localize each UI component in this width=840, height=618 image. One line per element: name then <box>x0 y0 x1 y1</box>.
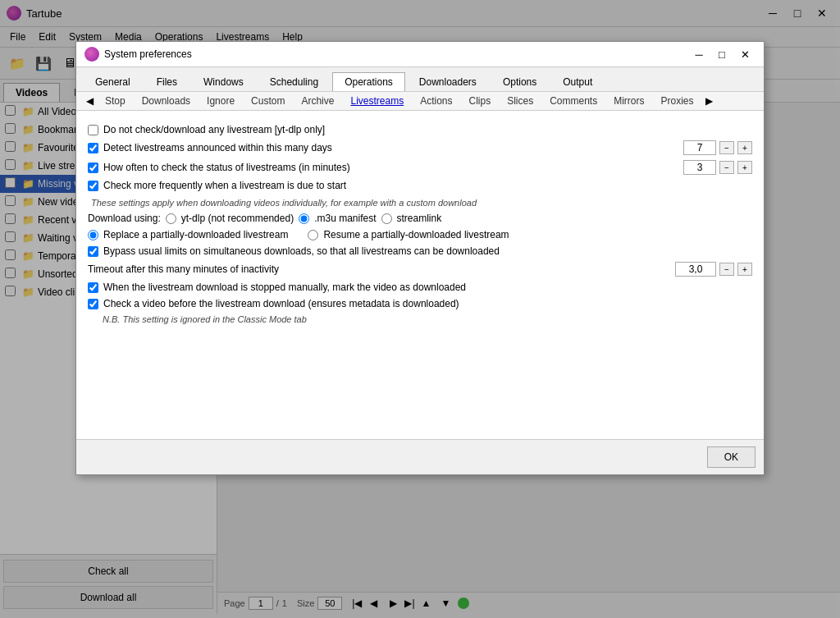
checkbox-check-freq[interactable] <box>88 163 98 173</box>
checkbox-detect-days[interactable] <box>88 143 98 153</box>
input-timeout[interactable] <box>675 262 716 277</box>
system-preferences-dialog: System preferences ─ □ ✕ General Files W… <box>75 41 765 475</box>
dialog-title-left: System preferences <box>84 47 192 62</box>
subtab-actions[interactable]: Actions <box>412 92 460 110</box>
label-resume: Resume a partially-downloaded livestream <box>323 229 509 240</box>
label-download-using: Download using: <box>88 213 161 224</box>
dialog-content: Do not check/download any livestream [yt… <box>76 111 764 439</box>
label-check-more-freq: Check more frequently when a livestream … <box>103 180 346 191</box>
subtab-ignore[interactable]: Ignore <box>199 92 243 110</box>
pref-no-check-download: Do not check/download any livestream [yt… <box>88 124 752 135</box>
pref-bypass-limits: Bypass usual limits on simultaneous down… <box>88 245 752 257</box>
pref-check-freq: How often to check the status of livestr… <box>88 160 752 175</box>
subtab-downloads[interactable]: Downloads <box>134 92 199 110</box>
checkbox-no-check-download[interactable] <box>88 125 98 135</box>
ok-button[interactable]: OK <box>707 446 756 468</box>
pref-check-freq-left: How often to check the status of livestr… <box>88 162 350 173</box>
input-check-freq[interactable] <box>683 160 716 175</box>
subtab-archive[interactable]: Archive <box>293 92 342 110</box>
radio-ytdlp[interactable] <box>166 213 176 224</box>
pref-download-using: Download using: yt-dlp (not recommended)… <box>88 213 752 224</box>
spin-detect-days-minus[interactable]: − <box>719 141 734 154</box>
dialog-tab-general[interactable]: General <box>83 72 143 91</box>
dialog-tab-files[interactable]: Files <box>144 72 189 91</box>
label-bypass-limits: Bypass usual limits on simultaneous down… <box>103 245 500 257</box>
radio-streamlink[interactable] <box>381 213 392 224</box>
pref-timeout-right: − + <box>675 262 752 277</box>
dialog-tab-downloaders[interactable]: Downloaders <box>407 72 489 91</box>
pref-detect-days-right: − + <box>683 140 752 155</box>
label-detect-days: Detect livestreams announced within this… <box>103 142 332 153</box>
subtab-comments[interactable]: Comments <box>541 92 605 110</box>
checkbox-bypass-limits[interactable] <box>88 246 98 257</box>
dialog-tab-operations[interactable]: Operations <box>332 72 405 91</box>
pref-timeout: Timeout after this many minutes of inact… <box>88 262 752 277</box>
pref-mark-downloaded: When the livestream download is stopped … <box>88 282 752 293</box>
dialog-tab-windows[interactable]: Windows <box>191 72 256 91</box>
checkbox-mark-downloaded[interactable] <box>88 282 98 293</box>
label-m3u: .m3u manifest <box>314 213 376 224</box>
dialog-titlebar: System preferences ─ □ ✕ <box>76 42 764 67</box>
input-detect-days[interactable] <box>683 140 716 155</box>
label-check-before: Check a video before the livestream down… <box>103 298 459 309</box>
spin-check-freq-minus[interactable]: − <box>719 161 734 174</box>
dialog-footer: OK <box>76 439 764 474</box>
spin-timeout-plus[interactable]: + <box>737 263 752 276</box>
pref-check-more-freq: Check more frequently when a livestream … <box>88 180 752 191</box>
pref-replace-resume: Replace a partially-downloaded livestrea… <box>88 229 752 240</box>
subtab-mirrors[interactable]: Mirrors <box>605 92 652 110</box>
label-timeout: Timeout after this many minutes of inact… <box>88 263 279 275</box>
label-streamlink: streamlink <box>397 213 442 224</box>
pref-detect-days: Detect livestreams announced within this… <box>88 140 752 155</box>
subtab-right-arrow[interactable]: ▶ <box>702 92 716 110</box>
spin-detect-days-plus[interactable]: + <box>737 141 752 154</box>
dialog-tabs: General Files Windows Scheduling Operati… <box>76 67 764 92</box>
dialog-overlay: System preferences ─ □ ✕ General Files W… <box>0 0 840 614</box>
dialog-subtabs: ◀ Stop Downloads Ignore Custom Archive L… <box>76 92 764 111</box>
radio-replace[interactable] <box>88 230 98 240</box>
subtab-left-arrow[interactable]: ◀ <box>83 92 97 110</box>
dialog-maximize[interactable]: □ <box>711 47 733 62</box>
checkbox-check-more-freq[interactable] <box>88 181 98 191</box>
radio-resume[interactable] <box>308 230 318 240</box>
label-replace: Replace a partially-downloaded livestrea… <box>103 229 288 240</box>
dialog-titlebar-buttons: ─ □ ✕ <box>688 47 756 62</box>
spin-timeout-minus[interactable]: − <box>719 263 734 276</box>
dialog-close[interactable]: ✕ <box>734 47 756 62</box>
subtab-livestreams[interactable]: Livestreams <box>342 92 412 110</box>
subtab-custom[interactable]: Custom <box>243 92 293 110</box>
spin-check-freq-plus[interactable]: + <box>737 161 752 174</box>
dialog-icon <box>84 47 99 62</box>
dialog-tab-output[interactable]: Output <box>550 72 605 91</box>
broadcast-note: These settings apply when downloading vi… <box>91 198 752 208</box>
label-check-freq: How often to check the status of livestr… <box>103 162 350 173</box>
dialog-title: System preferences <box>104 48 192 60</box>
dialog-tab-scheduling[interactable]: Scheduling <box>258 72 331 91</box>
pref-check-freq-right: − + <box>683 160 752 175</box>
broadcast-note-text: These settings apply when downloading vi… <box>91 198 477 208</box>
checkbox-check-before[interactable] <box>88 299 98 309</box>
subtab-clips[interactable]: Clips <box>461 92 500 110</box>
nb-note-text: N.B. This setting is ignored in the Clas… <box>103 314 307 324</box>
nb-note: N.B. This setting is ignored in the Clas… <box>103 314 752 324</box>
pref-detect-days-left: Detect livestreams announced within this… <box>88 142 332 153</box>
dialog-tab-options[interactable]: Options <box>491 72 549 91</box>
label-mark-downloaded: When the livestream download is stopped … <box>103 282 466 293</box>
dialog-minimize[interactable]: ─ <box>688 47 710 62</box>
subtab-slices[interactable]: Slices <box>499 92 541 110</box>
label-no-check-download: Do not check/download any livestream [yt… <box>103 124 325 135</box>
pref-check-before: Check a video before the livestream down… <box>88 298 752 309</box>
subtab-proxies[interactable]: Proxies <box>653 92 702 110</box>
pref-timeout-left: Timeout after this many minutes of inact… <box>88 263 279 275</box>
radio-m3u[interactable] <box>299 213 309 224</box>
label-ytdlp: yt-dlp (not recommended) <box>181 213 294 224</box>
subtab-stop[interactable]: Stop <box>97 92 134 110</box>
